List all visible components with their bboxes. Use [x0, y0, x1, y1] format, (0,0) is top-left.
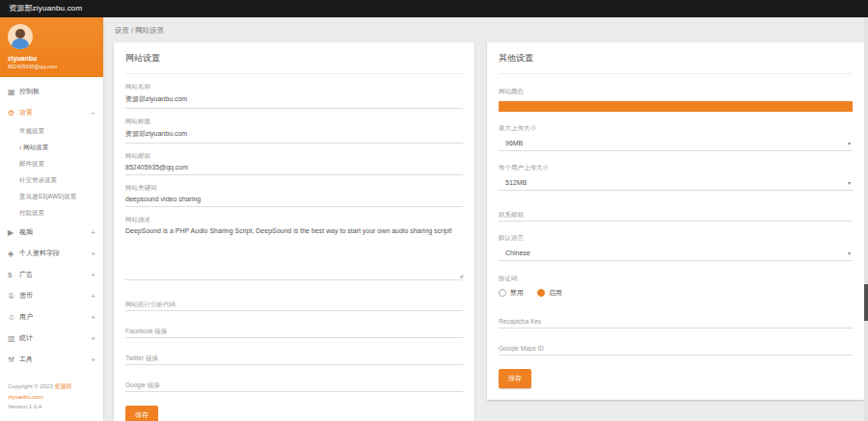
form-field[interactable]: 网站标题 资源部ziyuanbu.com	[125, 118, 463, 144]
captcha-radio-group: 禁用 启用	[499, 288, 853, 298]
form-field[interactable]: 网站名称 资源部ziyuanbu.com	[125, 83, 463, 109]
field-label: 网站描述	[125, 216, 463, 224]
site-title: 资源部ziyuanbu.com	[9, 4, 82, 13]
expand-icon[interactable]: +	[91, 313, 95, 322]
sidebar-footer: Copyright © 2023 资源部ziyuanbu.com Version…	[0, 374, 103, 421]
submenu-item-label: 社交登录设置	[19, 176, 57, 185]
sidebar-item[interactable]: ⚒ 工具 +	[0, 349, 103, 370]
submenu-item-label: 常规设置	[19, 127, 44, 136]
submenu-item[interactable]: › 网站设置	[0, 140, 103, 156]
chevron-down-icon: ▾	[848, 140, 851, 146]
select-value[interactable]: Chinese	[505, 250, 848, 256]
field-value[interactable]: 资源部ziyuanbu.com	[125, 94, 463, 104]
expand-icon[interactable]: +	[91, 355, 95, 364]
sidebar-items: ▶ 视频 + ◈ 个人资料字段 + $ 广告 +	[0, 222, 103, 374]
settings-submenu: › 常规设置 › 网站设置 › 邮件设置 ›	[0, 123, 103, 222]
language-select[interactable]: 默认语言 Chinese ▾	[499, 234, 853, 261]
radio-option[interactable]: 禁用	[499, 288, 524, 298]
form-field[interactable]: 网站关键词 deepsound video sharing	[125, 184, 463, 207]
sidebar-item-label: 个人资料字段	[19, 249, 91, 258]
radio-label: 启用	[549, 288, 562, 298]
text-input[interactable]	[125, 298, 463, 311]
expand-icon[interactable]: +	[91, 334, 95, 343]
select-field[interactable]: 最大上传大小 96MB ▾	[499, 124, 853, 151]
save-button[interactable]: 保存	[499, 369, 531, 388]
field-label: 网站标题	[125, 118, 463, 126]
color-swatch[interactable]	[499, 101, 853, 112]
menu-icon: ◈	[8, 250, 19, 258]
expand-icon[interactable]: +	[91, 271, 95, 279]
avatar[interactable]	[8, 24, 33, 49]
user-name: ziyuanbu	[8, 55, 95, 62]
chevron-right-icon: ›	[19, 145, 21, 151]
expand-icon[interactable]: +	[91, 250, 95, 258]
recaptcha-key-input[interactable]	[499, 315, 853, 329]
select-value[interactable]: 96MB	[505, 140, 848, 146]
expand-icon[interactable]: +	[91, 228, 95, 237]
radio-icon[interactable]	[499, 289, 506, 297]
form-field[interactable]: 网站邮箱 852405935@qq.com	[125, 152, 463, 175]
resize-handle-icon[interactable]: ◢	[459, 273, 463, 278]
save-button[interactable]: 保存	[125, 406, 158, 421]
google-maps-id-input[interactable]	[499, 342, 853, 355]
copyright-text: Copyright © 2023	[8, 383, 53, 389]
user-panel: ziyuanbu 852405935@qq.com	[0, 17, 103, 77]
field-label: 验证码	[499, 275, 853, 283]
expand-icon[interactable]: +	[91, 292, 95, 301]
menu-icon: $	[8, 271, 19, 279]
radio-option[interactable]: 启用	[537, 288, 562, 298]
select-value[interactable]: 512MB	[505, 179, 848, 186]
sidebar-item[interactable]: ☺ 用户 +	[0, 306, 103, 328]
sidebar-item-dashboard[interactable]: ▦ 控制板	[0, 81, 103, 102]
sidebar-item-settings[interactable]: ⚙ 设置 −	[0, 102, 103, 123]
text-input[interactable]	[125, 379, 463, 392]
sidebar-item[interactable]: ◈ 个人资料字段 +	[0, 243, 103, 264]
submenu-item[interactable]: › 亚马逊S3(AWS)设置	[0, 189, 103, 205]
scrollbar-thumb[interactable]	[864, 284, 868, 321]
sidebar-item-label: 控制板	[19, 87, 95, 96]
field-value[interactable]: 852405935@qq.com	[125, 164, 463, 171]
sidebar-item-label: 设置	[19, 108, 91, 118]
sidebar-item[interactable]: ① 货币 +	[0, 285, 103, 306]
sidebar-item-label: 统计	[19, 333, 91, 343]
topbar: 资源部ziyuanbu.com	[0, 0, 868, 17]
sidebar-item-label: 货币	[19, 291, 91, 301]
website-fields: 网站名称 资源部ziyuanbu.com 网站标题 资源部ziyuanbu.co…	[125, 83, 463, 207]
contact-input[interactable]	[499, 208, 853, 222]
website-extra-inputs	[125, 298, 463, 392]
submenu-item-label: 亚马逊S3(AWS)设置	[19, 193, 76, 201]
field-value[interactable]: DeepSound is a PHP Audio Sharing Script,…	[125, 227, 463, 234]
color-field: 网站颜色	[499, 88, 853, 112]
card-title: 网站设置	[125, 52, 463, 74]
select-field[interactable]: 每个用户上传大小 512MB ▾	[499, 164, 853, 191]
sidebar-item[interactable]: ▶ 视频 +	[0, 222, 103, 243]
field-label: 网站邮箱	[125, 152, 463, 161]
submenu-item[interactable]: › 邮件设置	[0, 156, 103, 172]
field-value[interactable]: deepsound video sharing	[125, 196, 463, 202]
avatar-body	[12, 39, 29, 49]
field-value[interactable]: 资源部ziyuanbu.com	[125, 129, 463, 139]
captcha-field: 验证码 禁用 启用	[499, 275, 853, 298]
collapse-icon[interactable]: −	[91, 109, 95, 118]
field-label: 默认语言	[499, 234, 853, 243]
upload-selects: 最大上传大小 96MB ▾ 每个用户上传大小 512MB ▾	[499, 124, 853, 191]
field-label: 最大上传大小	[499, 124, 853, 133]
sidebar-item[interactable]: $ 广告 +	[0, 264, 103, 285]
scrollbar-track[interactable]	[864, 17, 868, 421]
chevron-down-icon: ▾	[848, 250, 851, 256]
website-settings-card: 网站设置 网站名称 资源部ziyuanbu.com 网站标题 资源部ziyuan…	[114, 42, 475, 421]
dashboard-icon: ▦	[8, 88, 19, 96]
sidebar-item[interactable]: ▥ 统计 +	[0, 328, 103, 349]
submenu-item[interactable]: › 社交登录设置	[0, 172, 103, 189]
menu-icon: ☺	[8, 313, 19, 322]
submenu-item[interactable]: › 付款设置	[0, 205, 103, 222]
text-input[interactable]	[125, 352, 463, 365]
breadcrumb: 设置 / 网站设置	[115, 26, 863, 36]
description-textarea[interactable]: 网站描述 DeepSound is a PHP Audio Sharing Sc…	[125, 216, 463, 280]
text-input[interactable]	[125, 325, 463, 338]
submenu-item-label: 网站设置	[23, 144, 48, 152]
radio-icon[interactable]	[537, 289, 545, 297]
submenu-item[interactable]: › 常规设置	[0, 123, 103, 140]
user-email: 852405935@qq.com	[8, 64, 95, 69]
submenu-item-label: 邮件设置	[19, 160, 44, 169]
